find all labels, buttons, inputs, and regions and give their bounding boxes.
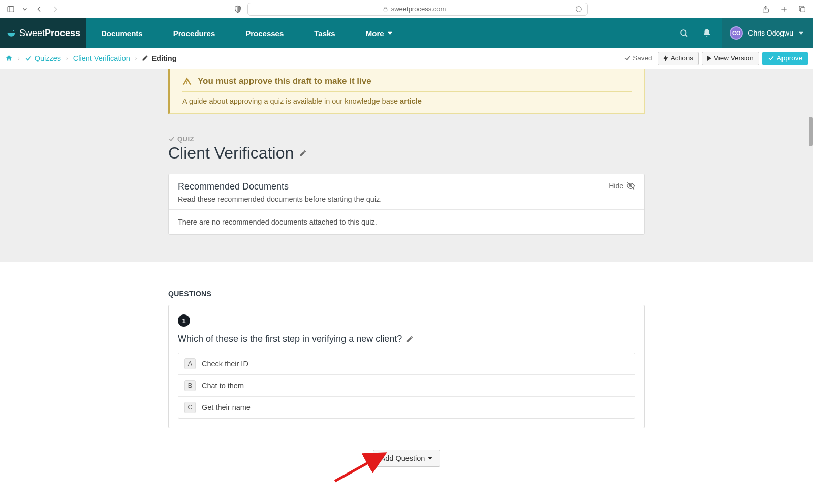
actions-button[interactable]: Actions: [658, 52, 699, 65]
view-version-button[interactable]: View Version: [702, 52, 759, 65]
question-text: Which of these is the first step in veri…: [178, 334, 635, 344]
notice-title: You must approve this draft to make it l…: [182, 76, 632, 86]
question-number: 1: [178, 314, 190, 327]
warning-icon: [182, 77, 192, 86]
check-icon: [168, 136, 175, 142]
answer-option[interactable]: A Check their ID: [178, 353, 635, 374]
caret-right-icon: [707, 56, 711, 61]
breadcrumb-sep: ›: [18, 55, 20, 61]
url-bar-group: sweetprocess.com: [74, 3, 747, 16]
user-name: Chris Odogwu: [748, 29, 793, 37]
eye-off-icon: [626, 181, 635, 191]
pencil-icon: [406, 335, 414, 343]
browser-chrome: sweetprocess.com: [0, 0, 813, 18]
answer-text: Check their ID: [202, 360, 248, 368]
breadcrumb-quizzes[interactable]: Quizzes: [25, 54, 61, 62]
chevron-down-icon: [798, 30, 804, 36]
answer-letter: A: [184, 358, 196, 369]
svg-marker-10: [799, 32, 803, 35]
pencil-icon: [142, 55, 148, 61]
bell-icon[interactable]: [702, 28, 711, 38]
avatar: CO: [730, 26, 743, 40]
svg-point-8: [681, 30, 686, 35]
answer-letter: C: [184, 402, 196, 413]
svg-rect-2: [384, 9, 387, 11]
search-icon[interactable]: [679, 28, 689, 38]
url-bar[interactable]: sweetprocess.com: [247, 3, 588, 16]
breadcrumb-sep: ›: [135, 55, 137, 61]
svg-marker-7: [387, 32, 392, 35]
recommended-title: Recommended Documents: [178, 181, 609, 192]
nav-tasks[interactable]: Tasks: [299, 18, 350, 48]
nav-procedures[interactable]: Procedures: [158, 18, 231, 48]
add-question-wrap: Add Question: [168, 450, 645, 497]
quiz-header: QUIZ Client Verification: [168, 135, 645, 163]
home-icon: [5, 54, 13, 62]
main-nav: SweetProcess Documents Procedures Proces…: [0, 18, 813, 48]
sidebar-toggle-icon[interactable]: [6, 5, 15, 14]
chrome-right-controls: [761, 5, 807, 14]
answer-option[interactable]: C Get their name: [178, 396, 635, 418]
nav-forward-icon: [51, 5, 60, 14]
recommended-empty-text: There are no recommended documents attac…: [169, 210, 644, 234]
breadcrumb-sep: ›: [66, 55, 68, 61]
notice-subtext: A guide about approving a quiz is availa…: [182, 97, 632, 105]
chevron-down-icon: [387, 30, 393, 36]
share-icon[interactable]: [761, 5, 770, 14]
svg-marker-17: [428, 457, 432, 459]
questions-section: QUESTIONS 1 Which of these is the first …: [0, 262, 813, 497]
edit-question-button[interactable]: [406, 335, 414, 343]
quiz-badge: QUIZ: [168, 135, 645, 143]
tabs-overview-icon[interactable]: [798, 5, 807, 14]
pencil-icon: [299, 149, 307, 158]
nav-back-icon[interactable]: [35, 5, 44, 14]
breadcrumb-home[interactable]: [5, 54, 13, 62]
svg-marker-11: [663, 55, 668, 62]
reload-icon[interactable]: [575, 5, 582, 14]
nav-icons: [679, 18, 722, 48]
recommended-docs-panel: Recommended Documents Read these recomme…: [168, 174, 645, 235]
answer-option[interactable]: B Chat to them: [178, 374, 635, 396]
user-menu[interactable]: CO Chris Odogwu: [722, 18, 813, 48]
answer-letter: B: [184, 380, 196, 391]
logo[interactable]: SweetProcess: [0, 18, 86, 48]
breadcrumb-editing: Editing: [142, 54, 176, 62]
answer-list: A Check their ID B Chat to them C Get th…: [178, 353, 635, 419]
check-icon: [624, 55, 631, 61]
breadcrumb: › Quizzes › Client Verification › Editin…: [5, 54, 177, 62]
toolbar-actions: Saved Actions View Version Approve: [624, 52, 808, 65]
add-question-button[interactable]: Add Question: [373, 450, 441, 467]
answer-text: Get their name: [202, 403, 251, 412]
edit-title-button[interactable]: [299, 149, 307, 158]
logo-text: SweetProcess: [19, 28, 80, 39]
chevron-down-icon[interactable]: [22, 5, 27, 14]
breadcrumb-bar: › Quizzes › Client Verification › Editin…: [0, 48, 813, 69]
saved-indicator: Saved: [624, 54, 652, 62]
nav-items: Documents Procedures Processes Tasks Mor…: [86, 18, 408, 48]
question-card: 1 Which of these is the first step in ve…: [168, 305, 645, 428]
breadcrumb-quiz-name[interactable]: Client Verification: [73, 54, 130, 62]
chrome-left-controls: [6, 5, 60, 14]
questions-header: QUESTIONS: [168, 290, 645, 298]
approve-button[interactable]: Approve: [762, 52, 808, 65]
lock-icon: [383, 6, 388, 12]
svg-line-9: [685, 35, 687, 37]
check-icon: [25, 55, 32, 62]
hide-toggle[interactable]: Hide: [609, 181, 635, 191]
approval-notice: You must approve this draft to make it l…: [168, 69, 645, 114]
notice-article-link[interactable]: article: [400, 97, 422, 105]
nav-more[interactable]: More: [351, 18, 408, 48]
new-tab-icon[interactable]: [779, 5, 789, 14]
url-host: sweetprocess.com: [391, 5, 446, 13]
check-icon: [768, 55, 774, 61]
logo-icon: [6, 28, 16, 38]
lightning-icon: [663, 55, 668, 62]
svg-rect-0: [8, 6, 14, 12]
caret-down-icon: [428, 457, 432, 460]
nav-processes[interactable]: Processes: [230, 18, 299, 48]
answer-text: Chat to them: [202, 382, 244, 390]
scrollbar-thumb[interactable]: [809, 117, 813, 146]
nav-documents[interactable]: Documents: [86, 18, 158, 48]
draft-section: You must approve this draft to make it l…: [0, 69, 813, 262]
privacy-shield-icon[interactable]: [233, 5, 242, 14]
